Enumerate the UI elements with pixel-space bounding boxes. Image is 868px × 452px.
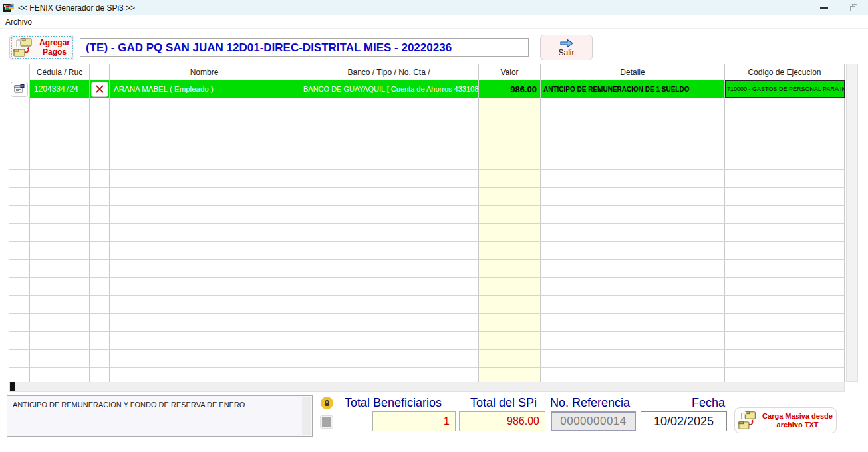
folders-icon [738, 410, 759, 431]
salir-button[interactable]: Salir [540, 35, 593, 60]
header-icon-col [9, 64, 30, 80]
edit-row-button[interactable] [11, 82, 28, 97]
agregar-pagos-label: Agregar Pagos [38, 39, 71, 57]
table-row-empty[interactable] [9, 206, 845, 224]
cell-delete [90, 80, 110, 98]
referencia-label: No. Referencia [550, 396, 630, 410]
table-row-empty[interactable] [9, 278, 845, 296]
table-vertical-scrollbar[interactable] [846, 64, 858, 382]
table-body: 1204334724 ARANA MABEL ( Empleado ) BANC… [9, 80, 845, 382]
carga-masiva-button[interactable]: Carga Masiva desde archivo TXT [734, 407, 837, 433]
table-row-empty[interactable] [9, 224, 845, 242]
table-header-row: Cédula / Ruc Nombre Banco / Tipo / No. C… [9, 64, 845, 80]
table-row-empty[interactable] [9, 98, 845, 116]
table-row-empty[interactable] [9, 332, 845, 350]
total-spi-label: Total del SPi [470, 396, 537, 410]
referencia-field: 0000000014 [551, 411, 636, 431]
table-row-empty[interactable] [9, 350, 845, 368]
titlebar: << FENIX Generador de SPi3 >> [0, 0, 868, 15]
header-nombre: Nombre [109, 64, 299, 80]
table-row-empty[interactable] [9, 368, 845, 382]
edit-form-icon [14, 84, 25, 94]
restore-button[interactable] [839, 0, 868, 15]
table-row-empty[interactable] [9, 296, 845, 314]
window-title: << FENIX Generador de SPi3 >> [18, 3, 135, 13]
menubar: Archivo [0, 15, 868, 29]
salir-label: Salir [558, 48, 574, 57]
spi-title-input[interactable] [80, 38, 529, 57]
header-banco: Banco / Tipo / No. Cta / [299, 64, 479, 80]
lock-icon [321, 397, 333, 409]
carga-masiva-label: Carga Masiva desde archivo TXT [762, 412, 833, 429]
total-beneficiarios-label: Total Beneficiarios [345, 396, 442, 410]
delete-x-icon [96, 85, 104, 93]
cell-valor[interactable]: 986.00 [479, 80, 541, 98]
payments-table: Cédula / Ruc Nombre Banco / Tipo / No. C… [9, 64, 845, 382]
color-swatch-button[interactable] [320, 415, 333, 429]
folders-icon [13, 37, 35, 58]
agregar-pagos-button[interactable]: Agregar Pagos [9, 35, 74, 60]
total-spi-field: 986.00 [459, 411, 545, 431]
table-row-selected[interactable]: 1204334724 ARANA MABEL ( Empleado ) BANC… [9, 80, 845, 98]
header-delete-col [89, 64, 110, 80]
fecha-field[interactable]: 10/02/2025 [641, 411, 727, 431]
hscroll-thumb[interactable] [10, 382, 15, 391]
cell-nombre[interactable]: ARANA MABEL ( Empleado ) [110, 80, 299, 98]
table-row-empty[interactable] [9, 242, 845, 260]
detalle-pago-text: ANTICIPO DE REMUNERACION Y FONDO DE RESE… [13, 401, 245, 409]
table-row-empty[interactable] [9, 170, 845, 188]
table-row-empty[interactable] [9, 116, 845, 134]
exit-arrow-icon [559, 39, 574, 48]
table-horizontal-scrollbar[interactable] [9, 382, 845, 392]
header-detalle: Detalle [540, 64, 725, 80]
row-edit-cell [9, 80, 30, 98]
table-row-empty[interactable] [9, 260, 845, 278]
table-row-empty[interactable] [9, 314, 845, 332]
table-row-empty[interactable] [9, 134, 845, 152]
minimize-button[interactable] [809, 0, 839, 15]
delete-row-button[interactable] [91, 82, 108, 97]
header-codigo: Codigo de Ejecucion [724, 64, 845, 80]
cell-banco[interactable]: BANCO DE GUAYAQUIL [ Cuenta de Ahorros 4… [299, 80, 479, 98]
detalle-pago-textarea[interactable]: ANTICIPO DE REMUNERACION Y FONDO DE RESE… [7, 396, 313, 437]
cell-cedula[interactable]: 1204334724 [30, 80, 90, 98]
header-cedula: Cédula / Ruc [29, 64, 90, 80]
total-beneficiarios-field: 1 [372, 411, 456, 431]
cell-codigo[interactable]: 710000 - GASTOS DE PERSONAL PARA INVERSI [725, 80, 845, 98]
table-row-empty[interactable] [9, 188, 845, 206]
gray-swatch [322, 417, 331, 427]
cell-detalle[interactable]: ANTICIPO DE REMUNERACION DE 1 SUELDO [541, 80, 725, 98]
app-icon [3, 3, 14, 13]
menu-archivo[interactable]: Archivo [0, 16, 37, 28]
textarea-scrollbar[interactable] [302, 397, 311, 435]
header-valor: Valor [478, 64, 541, 80]
fecha-label: Fecha [692, 396, 725, 410]
minimize-icon [820, 7, 828, 9]
table-row-empty[interactable] [9, 152, 845, 170]
restore-icon [850, 4, 857, 11]
